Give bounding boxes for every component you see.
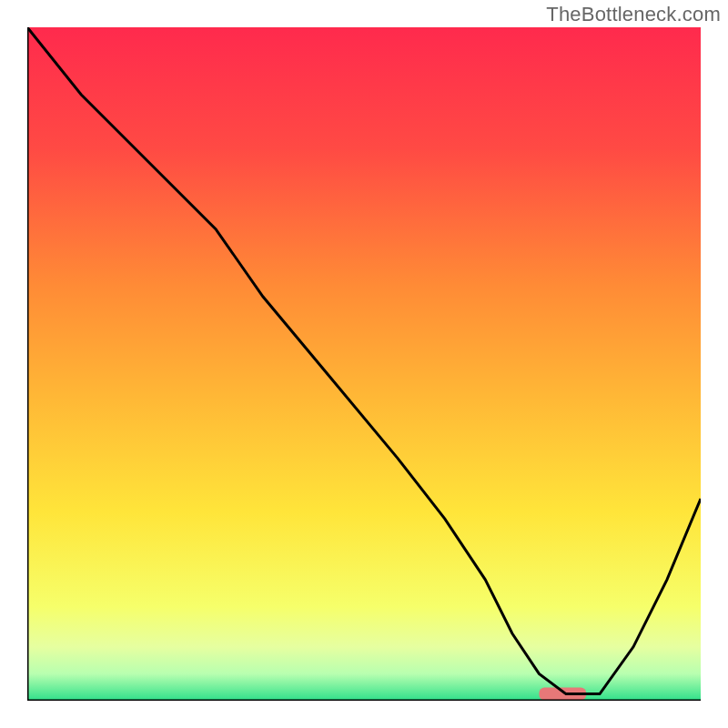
chart-svg bbox=[27, 27, 701, 701]
gradient-background bbox=[27, 27, 701, 701]
plot-area bbox=[27, 27, 701, 701]
chart-stage: TheBottleneck.com bbox=[0, 0, 728, 728]
watermark-label: TheBottleneck.com bbox=[546, 3, 721, 26]
